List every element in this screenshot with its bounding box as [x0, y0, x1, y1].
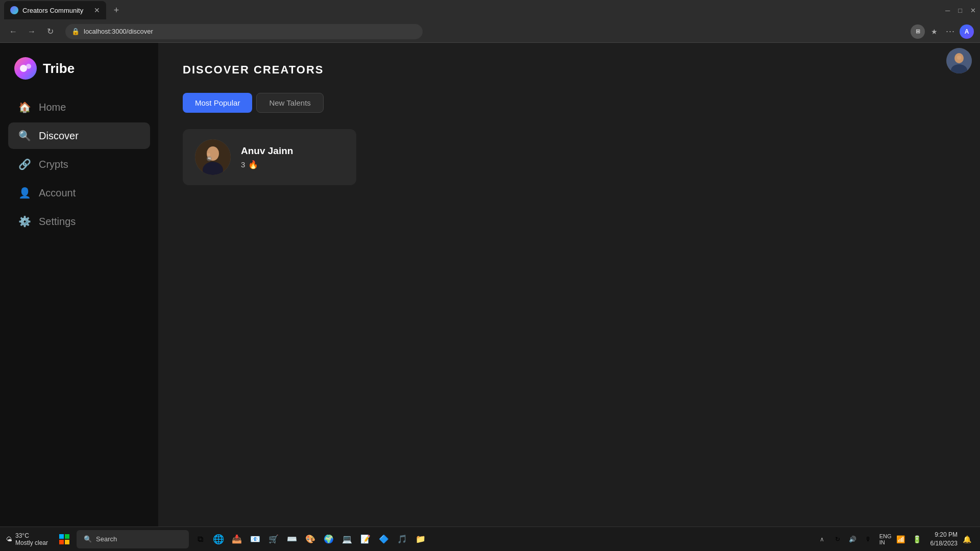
taskbar-icon-chrome[interactable]: 🌍: [322, 532, 336, 546]
close-window-button[interactable]: ✕: [970, 7, 976, 14]
tray-notifications[interactable]: 🔔: [960, 532, 974, 546]
task-view-button[interactable]: ⧉: [193, 532, 207, 546]
browser-profile-icon[interactable]: A: [960, 24, 974, 39]
taskbar-search-label: Search: [96, 535, 117, 543]
taskbar-icon-notes[interactable]: 📝: [358, 532, 373, 546]
taskbar-icon-figma[interactable]: 🔷: [377, 532, 391, 546]
security-icon: 🔒: [71, 28, 80, 35]
settings-icon: ⚙️: [18, 215, 31, 228]
sidebar-logo: Tribe: [0, 43, 158, 94]
page-title: DISCOVER CREATORS: [183, 63, 955, 77]
nav-items: 🏠 Home 🔍 Discover 🔗 Crypts 👤 Account ⚙️ …: [0, 94, 158, 235]
tray-sound[interactable]: 🔊: [846, 532, 860, 546]
clock-date: 6/18/2023: [930, 539, 958, 548]
svg-point-1: [26, 64, 31, 69]
browser-toolbar-icons: ⊞ ★ ··· A: [911, 24, 974, 39]
svg-rect-13: [65, 534, 69, 539]
user-avatar-top-right[interactable]: [946, 48, 972, 73]
more-options-icon[interactable]: ···: [943, 24, 958, 39]
back-button[interactable]: ←: [6, 24, 20, 39]
tray-wifi[interactable]: 📶: [894, 532, 908, 546]
taskbar-icon-music[interactable]: 🎵: [395, 532, 409, 546]
svg-point-11: [957, 56, 961, 60]
system-tray: ∧ ↻ 🔊 🎙 ENG IN 📶 🔋 9:20 PM 6/18/2023 🔔: [815, 531, 974, 548]
start-button[interactable]: [56, 531, 72, 547]
creator-stat-count: 3: [241, 160, 245, 169]
creator-info: Anuv Jainn 3 🔥: [241, 145, 293, 169]
main-content: DISCOVER CREATORS Most Popular New Talen…: [158, 43, 980, 527]
weather-desc: Mostly clear: [15, 539, 48, 546]
tray-mic[interactable]: 🎙: [861, 532, 875, 546]
taskbar-icon-terminal[interactable]: ⌨️: [285, 532, 299, 546]
svg-rect-15: [65, 540, 69, 544]
svg-rect-12: [59, 534, 64, 539]
app-container: Tribe 🏠 Home 🔍 Discover 🔗 Crypts 👤 Accou…: [0, 43, 980, 527]
sidebar-item-discover[interactable]: 🔍 Discover: [8, 122, 150, 149]
account-icon: 👤: [18, 187, 31, 199]
sidebar-item-crypts[interactable]: 🔗 Crypts: [8, 151, 150, 178]
browser-chrome: Creators Community ✕ + ─ □ ✕ ← → ↻ 🔒 loc…: [0, 0, 980, 43]
svg-rect-6: [208, 158, 211, 159]
weather-icon: 🌤: [6, 536, 12, 543]
taskbar-icon-store[interactable]: 🛒: [266, 532, 281, 546]
maximize-button[interactable]: □: [958, 7, 962, 14]
sidebar-item-label-crypts: Crypts: [39, 159, 68, 170]
tray-lang: ENG IN: [879, 533, 892, 545]
taskbar-icon-vscode[interactable]: 💻: [340, 532, 354, 546]
taskbar-icon-files[interactable]: 📁: [413, 532, 428, 546]
sidebar-item-label-home: Home: [39, 102, 66, 113]
address-text: localhost:3000/discover: [84, 28, 153, 35]
logo-text: Tribe: [43, 61, 75, 77]
sidebar-item-account[interactable]: 👤 Account: [8, 180, 150, 206]
taskbar-search-box[interactable]: 🔍 Search: [77, 530, 189, 548]
taskbar-clock[interactable]: 9:20 PM 6/18/2023: [930, 531, 958, 548]
new-tab-button[interactable]: +: [108, 2, 125, 18]
creator-name: Anuv Jainn: [241, 145, 293, 157]
logo-icon: [14, 57, 37, 80]
extensions-icon[interactable]: ⊞: [911, 24, 925, 39]
taskbar-weather: 🌤 33°C Mostly clear: [6, 532, 48, 546]
tray-battery[interactable]: 🔋: [910, 532, 924, 546]
tab-buttons: Most Popular New Talents: [183, 93, 955, 113]
taskbar-icon-download[interactable]: 📥: [230, 532, 244, 546]
tab-favicon: [10, 6, 18, 14]
svg-rect-14: [59, 540, 64, 544]
tab-title: Creators Community: [22, 7, 83, 14]
address-bar[interactable]: 🔒 localhost:3000/discover: [65, 24, 423, 39]
browser-navigation-bar: ← → ↻ 🔒 localhost:3000/discover ⊞ ★ ··· …: [0, 20, 980, 43]
tray-chevron[interactable]: ∧: [815, 532, 829, 546]
tray-update[interactable]: ↻: [830, 532, 845, 546]
forward-button[interactable]: →: [24, 24, 39, 39]
favorites-icon[interactable]: ★: [927, 24, 941, 39]
window-controls: ─ □ ✕: [945, 7, 976, 14]
home-icon: 🏠: [18, 101, 31, 113]
tab-new-talents[interactable]: New Talents: [256, 93, 323, 113]
sidebar-item-settings[interactable]: ⚙️ Settings: [8, 208, 150, 235]
sidebar-item-label-settings: Settings: [39, 216, 76, 228]
active-tab[interactable]: Creators Community ✕: [4, 1, 106, 19]
clock-time: 9:20 PM: [930, 531, 958, 539]
taskbar-icon-edge[interactable]: 🌐: [211, 532, 226, 546]
creator-avatar: [195, 139, 231, 175]
minimize-button[interactable]: ─: [945, 7, 950, 14]
creator-stat: 3 🔥: [241, 160, 293, 169]
sidebar-item-home[interactable]: 🏠 Home: [8, 94, 150, 120]
svg-point-7: [207, 153, 210, 156]
weather-temp: 33°C: [15, 532, 48, 539]
tab-most-popular[interactable]: Most Popular: [183, 93, 252, 113]
svg-point-0: [20, 65, 27, 72]
sidebar-item-label-account: Account: [39, 187, 76, 199]
creator-card-anuv-jainn[interactable]: Anuv Jainn 3 🔥: [183, 129, 356, 185]
taskbar-icon-gmail[interactable]: 📧: [248, 532, 262, 546]
fire-icon: 🔥: [248, 160, 258, 169]
refresh-button[interactable]: ↻: [43, 24, 57, 39]
crypts-icon: 🔗: [18, 158, 31, 170]
tray-icons: ∧ ↻ 🔊 🎙: [815, 532, 875, 546]
taskbar-search-icon: 🔍: [84, 535, 92, 543]
taskbar: 🌤 33°C Mostly clear 🔍 Search ⧉ 🌐 📥 📧 🛒 ⌨…: [0, 527, 980, 551]
taskbar-icon-app1[interactable]: 🎨: [303, 532, 317, 546]
sidebar-item-label-discover: Discover: [39, 130, 79, 142]
sidebar: Tribe 🏠 Home 🔍 Discover 🔗 Crypts 👤 Accou…: [0, 43, 158, 527]
tab-close-button[interactable]: ✕: [94, 6, 100, 14]
discover-icon: 🔍: [18, 130, 31, 142]
